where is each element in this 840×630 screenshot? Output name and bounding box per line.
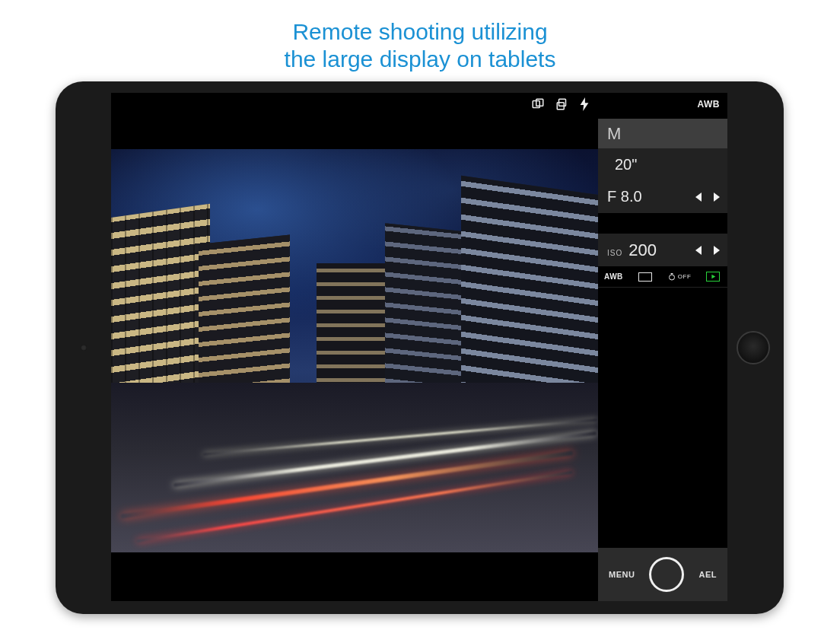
white-balance-badge[interactable]: AWB [698,99,721,110]
mode-value: M [607,124,621,144]
self-timer-off[interactable]: OFF [667,272,692,282]
svg-point-4 [669,275,674,280]
playback-icon[interactable] [706,272,720,282]
promo-headline: Remote shooting utilizing the large disp… [0,0,840,73]
settings-panel: M 20" F 8.0 ISO 200 [598,119,727,548]
flash-icon[interactable] [580,97,589,111]
orientation-lock-icon[interactable] [531,97,545,111]
shutter-row[interactable]: 20" [598,149,727,181]
tablet-frame: AWB M 20" [56,81,784,614]
aperture-row[interactable]: F 8.0 [598,181,727,213]
awb-chip[interactable]: AWB [604,272,623,281]
display-rotate-icon[interactable] [555,97,569,111]
top-status-bar: AWB [111,93,727,119]
iso-row[interactable]: ISO 200 [598,234,727,266]
shutter-button[interactable] [649,557,684,592]
menu-button[interactable]: MENU [609,570,635,579]
quick-settings-row: AWB OFF [598,266,727,288]
self-timer-off-label: OFF [678,273,692,280]
aperture-value: F 8.0 [607,188,642,205]
mode-row[interactable]: M [598,119,727,149]
tablet-front-camera [81,345,87,351]
scene-road [111,383,598,552]
iso-label: ISO [607,249,622,257]
tablet-home-button[interactable] [737,331,770,364]
iso-value: 200 [628,240,657,260]
headline-line-1: Remote shooting utilizing [292,19,547,44]
shutter-value: 20" [615,156,637,173]
panel-spacer [598,213,727,234]
headline-line-2: the large display on tablets [285,46,556,72]
aperture-decrease-icon[interactable] [695,192,703,202]
iso-decrease-icon[interactable] [695,246,703,255]
live-view-preview[interactable] [111,149,598,552]
bottom-bar: MENU AEL [598,548,727,601]
aspect-ratio-icon[interactable] [638,272,652,282]
iso-increase-icon[interactable] [712,246,720,255]
ael-button[interactable]: AEL [698,570,717,579]
app-screen: AWB M 20" [111,93,727,601]
aperture-increase-icon[interactable] [712,192,720,202]
